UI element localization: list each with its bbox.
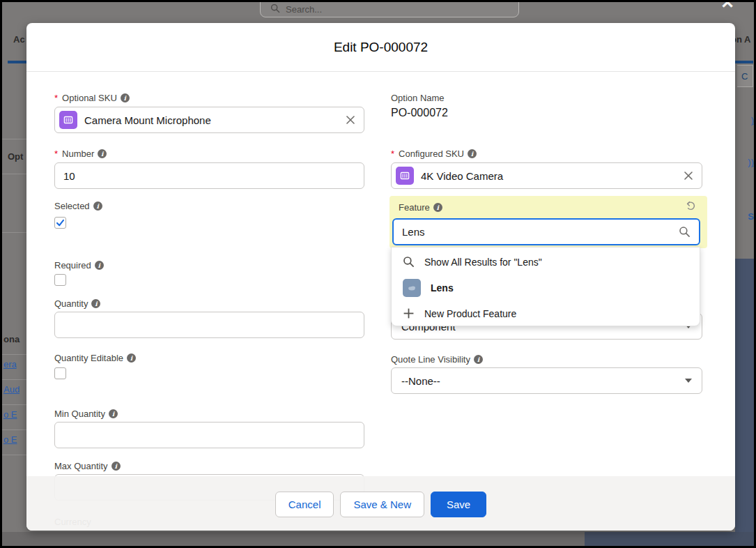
required-label: Required i xyxy=(54,260,104,271)
chevron-down-icon xyxy=(685,379,692,383)
background-side-panel xyxy=(735,259,756,548)
feature-icon xyxy=(403,279,421,297)
close-icon[interactable]: ✕ xyxy=(716,0,739,11)
quote-line-visibility-select[interactable]: --None-- xyxy=(391,367,702,394)
divider xyxy=(2,455,26,455)
plus-icon xyxy=(403,307,415,319)
lens-result-option[interactable]: Lens xyxy=(392,275,700,300)
feature-label: Feature i xyxy=(399,202,442,213)
background-header-fragment: ona xyxy=(3,334,26,344)
modal-header: Edit PO-000072 xyxy=(26,23,735,72)
background-bottom-area xyxy=(2,532,585,548)
configured-sku-label: * Configured SKU i xyxy=(391,149,477,159)
search-placeholder: Search... xyxy=(286,4,322,15)
divider xyxy=(2,139,26,139)
tab-left-fragment[interactable]: Ac xyxy=(13,34,25,45)
required-checkbox[interactable] xyxy=(54,274,66,286)
tab-underline-right xyxy=(735,61,753,63)
divider xyxy=(2,174,26,174)
quantity-input[interactable] xyxy=(54,312,364,338)
search-icon xyxy=(403,256,415,268)
background-text-fragment: S xyxy=(735,211,754,222)
info-icon[interactable]: i xyxy=(111,462,121,471)
optional-sku-label: * Optional SKU i xyxy=(54,93,130,103)
selected-checkbox[interactable] xyxy=(54,217,66,229)
background-link-fragment[interactable]: Aud xyxy=(3,384,26,395)
save-and-new-button[interactable]: Save & New xyxy=(340,492,424,517)
divider xyxy=(2,404,26,405)
info-icon[interactable]: i xyxy=(127,353,136,363)
optional-sku-value: Camera Mount Microphone xyxy=(84,114,339,126)
configured-sku-lookup-pill[interactable]: 4K Video Camera xyxy=(391,162,702,189)
max-quantity-label: Max Quantity i xyxy=(54,461,121,471)
min-quantity-input[interactable] xyxy=(54,422,364,448)
undo-icon[interactable] xyxy=(684,199,697,215)
info-icon[interactable]: i xyxy=(468,149,477,158)
info-icon[interactable]: i xyxy=(98,149,107,158)
save-button[interactable]: Save xyxy=(431,492,486,517)
option-name-label: Option Name xyxy=(391,93,445,103)
info-icon[interactable]: i xyxy=(474,355,483,364)
cancel-button[interactable]: Cancel xyxy=(275,492,334,517)
remove-icon[interactable] xyxy=(684,171,693,181)
page-title: Edit PO-000072 xyxy=(334,40,428,55)
info-icon[interactable]: i xyxy=(93,201,102,211)
background-link-fragment[interactable]: o E xyxy=(3,434,26,445)
divider xyxy=(2,354,26,355)
required-asterisk: * xyxy=(391,149,394,159)
search-icon xyxy=(270,3,280,15)
background-button-fragment[interactable]: C xyxy=(737,65,753,87)
quote-line-visibility-label: Quote Line Visibility i xyxy=(391,354,483,365)
search-icon xyxy=(679,226,691,238)
info-icon[interactable]: i xyxy=(91,299,100,308)
global-search-bar[interactable]: Search... xyxy=(260,0,519,17)
option-name-value: PO-000072 xyxy=(391,107,448,119)
screen: { "background": { "search": { "placehold… xyxy=(0,0,756,548)
divider xyxy=(2,429,26,430)
product-icon xyxy=(59,111,77,129)
remove-icon[interactable] xyxy=(346,115,355,125)
feature-search-combobox[interactable] xyxy=(392,218,700,245)
configured-sku-value: 4K Video Camera xyxy=(421,170,677,182)
quantity-editable-label: Quantity Editable i xyxy=(54,353,136,363)
show-all-results-option[interactable]: Show All Results for "Lens" xyxy=(392,249,700,275)
modal-footer: Cancel Save & New Save xyxy=(26,476,735,531)
quantity-editable-checkbox[interactable] xyxy=(54,367,66,379)
product-icon xyxy=(396,167,414,185)
optional-sku-lookup-pill[interactable]: Camera Mount Microphone xyxy=(54,107,364,133)
background-link-fragment[interactable]: )) xyxy=(735,157,754,167)
background-link-fragment[interactable]: ) xyxy=(735,115,754,125)
divider xyxy=(2,232,26,233)
background-bottom-panel xyxy=(585,532,756,548)
check-icon xyxy=(56,218,65,227)
min-quantity-label: Min Quantity i xyxy=(54,409,118,419)
feature-lookup-dropdown: Show All Results for "Lens" Lens New Pro… xyxy=(391,247,700,326)
background-link-fragment[interactable]: era xyxy=(3,359,26,370)
new-product-feature-option[interactable]: New Product Feature xyxy=(392,300,700,326)
required-asterisk: * xyxy=(54,149,58,159)
tab-underline-left xyxy=(8,61,26,63)
number-label: * Number i xyxy=(54,149,107,159)
info-icon[interactable]: i xyxy=(95,261,104,270)
required-asterisk: * xyxy=(54,93,58,103)
number-input[interactable] xyxy=(54,162,364,189)
background-link-fragment[interactable]: o E xyxy=(3,409,26,420)
feature-search-input[interactable] xyxy=(402,226,679,238)
info-icon[interactable]: i xyxy=(433,203,442,212)
info-icon[interactable]: i xyxy=(121,93,130,102)
selected-label: Selected i xyxy=(54,201,102,211)
divider xyxy=(2,379,26,380)
edit-product-option-modal: Edit PO-000072 * Optional SKU i Camera M… xyxy=(26,23,735,531)
quantity-label: Quantity i xyxy=(54,298,100,309)
info-icon[interactable]: i xyxy=(109,409,118,418)
